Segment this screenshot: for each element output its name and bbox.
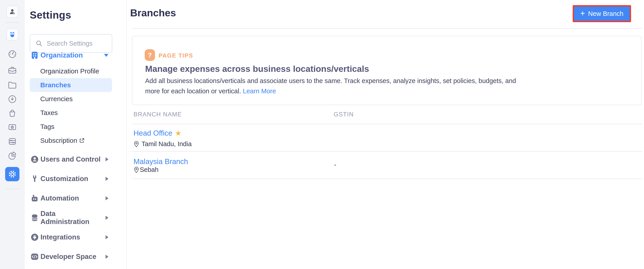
sidebar-section-label: Integrations — [40, 233, 80, 241]
sidebar-item-subscription[interactable]: Subscription — [30, 134, 112, 147]
branch-link[interactable]: Head Office — [134, 129, 172, 137]
location-pin-icon — [134, 141, 139, 147]
new-branch-button[interactable]: + New Branch — [574, 7, 630, 21]
plug-icon — [30, 233, 39, 242]
search-input[interactable] — [47, 40, 107, 47]
header-divider — [132, 28, 642, 29]
shopping-bag-icon — [8, 109, 17, 118]
chevron-right-icon — [106, 216, 108, 220]
card-star-icon — [8, 122, 17, 132]
rail-divider — [5, 189, 19, 189]
location-pin-icon — [134, 166, 139, 173]
sidebar-section-developer-space[interactable]: Developer Space — [30, 250, 112, 264]
rail-cards-button[interactable] — [8, 122, 17, 132]
branch-link[interactable]: Malaysia Branch — [134, 157, 188, 166]
sidebar-section-label: Customization — [40, 175, 88, 183]
sidebar-section-label: Data Administration — [40, 210, 106, 226]
page-tips-body: Add all business locations/verticals and… — [145, 76, 516, 96]
rail-purchases-button[interactable] — [8, 109, 17, 118]
external-link-icon — [79, 138, 85, 143]
page-title: Branches — [130, 7, 176, 19]
sidebar-section-label: Automation — [40, 194, 79, 202]
robot-icon — [30, 194, 39, 203]
database-icon — [30, 213, 39, 222]
pie-chart-icon — [8, 151, 17, 160]
rail-budgets-button[interactable] — [8, 137, 17, 146]
table-divider — [132, 179, 642, 179]
page-tips-body-text: more for each location or vertical. — [145, 88, 241, 95]
table-row-head-office: Head Office ★ Tamil Nadu, India — [127, 124, 644, 151]
sidebar-item-organization-profile[interactable]: Organization Profile — [30, 64, 112, 78]
sidebar-item-tags[interactable]: Tags — [30, 120, 112, 134]
code-icon — [30, 252, 39, 261]
wrench-icon — [30, 174, 39, 183]
branch-location: Tamil Nadu, India — [142, 140, 192, 148]
user-icon — [6, 6, 18, 18]
branch-location: Sebah — [140, 166, 158, 173]
dashboard-icon — [8, 50, 17, 59]
rail-analytics-button[interactable] — [8, 151, 17, 160]
sidebar-item-label: Currencies — [40, 95, 73, 103]
rail-dashboard-button[interactable] — [8, 50, 17, 59]
rail-divider — [5, 22, 19, 23]
sidebar-item-branches[interactable]: Branches — [30, 78, 112, 92]
sidebar-section-label: Developer Space — [40, 253, 96, 261]
sidebar-item-label: Tags — [40, 123, 54, 130]
plus-icon: + — [580, 10, 585, 18]
sidebar-section-integrations[interactable]: Integrations — [30, 230, 112, 244]
column-header-gstin: GSTIN — [334, 111, 354, 118]
sidebar-item-currencies[interactable]: Currencies — [30, 92, 112, 106]
sidebar-item-label: Organization Profile — [40, 67, 99, 75]
page-tips-heading: Manage expenses across business location… — [145, 64, 369, 74]
page-tips-body-line1: Add all business locations/verticals and… — [145, 76, 516, 86]
sidebar-section-label: Organization — [40, 51, 83, 59]
sidebar-item-taxes[interactable]: Taxes — [30, 106, 112, 120]
annotation-highlight: + New Branch — [573, 5, 631, 22]
learn-more-link[interactable]: Learn More — [243, 88, 276, 95]
crown-icon — [6, 29, 18, 41]
rail-history-button[interactable] — [8, 94, 17, 104]
new-branch-label: New Branch — [588, 10, 624, 18]
page-tips-panel: ? PAGE TIPS Manage expenses across busin… — [132, 36, 642, 105]
chevron-down-icon — [104, 54, 108, 57]
search-icon — [36, 40, 43, 47]
rail-folder-button[interactable] — [8, 80, 17, 90]
sidebar-section-customization[interactable]: Customization — [30, 172, 112, 186]
folder-icon — [8, 80, 17, 90]
page-tips-body-line2: more for each location or vertical. Lear… — [145, 86, 516, 96]
chevron-right-icon — [106, 177, 108, 181]
chevron-right-icon — [106, 157, 108, 161]
rail-settings-button[interactable] — [5, 167, 20, 181]
sidebar-section-automation[interactable]: Automation — [30, 191, 112, 205]
branches-page: Branches + New Branch ? PAGE TIPS Manage… — [127, 0, 644, 269]
sidebar-section-organization[interactable]: Organization — [30, 48, 112, 62]
history-clock-icon — [8, 94, 17, 104]
table-row-malaysia-branch: Malaysia Branch Sebah - — [127, 151, 644, 179]
primary-branch-star-icon: ★ — [175, 130, 182, 137]
rail-trips-button[interactable] — [8, 66, 17, 75]
page-tips-label: PAGE TIPS — [158, 52, 193, 59]
settings-sidebar: Settings Organization Organization Profi… — [24, 0, 127, 269]
sidebar-title: Settings — [30, 9, 71, 21]
sidebar-item-label: Subscription — [40, 137, 77, 144]
app-rail — [0, 0, 24, 269]
calculator-icon — [8, 137, 17, 146]
column-header-branch-name: BRANCH NAME — [134, 111, 182, 118]
sidebar-item-label: Taxes — [40, 109, 58, 117]
organization-building-icon — [30, 51, 39, 60]
question-mark-icon: ? — [145, 49, 155, 61]
users-icon — [30, 155, 39, 164]
chevron-right-icon — [106, 255, 108, 259]
sidebar-item-label: Branches — [40, 81, 71, 89]
chevron-right-icon — [106, 235, 108, 239]
sidebar-section-users-and-control[interactable]: Users and Control — [30, 152, 112, 166]
gstin-value: - — [334, 161, 336, 168]
org-avatar-button[interactable] — [6, 29, 18, 41]
settings-gear-icon — [5, 167, 20, 181]
sidebar-section-label: Users and Control — [40, 155, 100, 163]
sidebar-section-data-administration[interactable]: Data Administration — [30, 211, 112, 225]
user-account-button[interactable] — [6, 6, 18, 18]
chevron-right-icon — [106, 196, 108, 200]
briefcase-icon — [8, 66, 17, 75]
